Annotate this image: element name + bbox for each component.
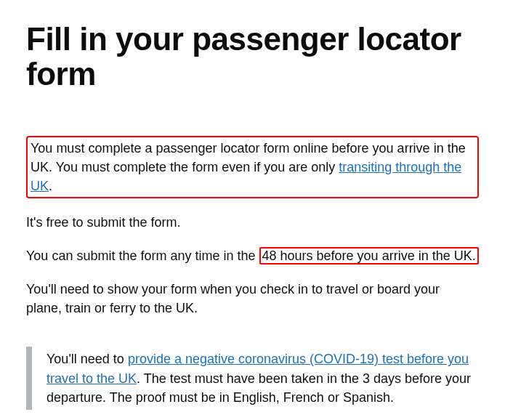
highlight-annotation-inline: 48 hours before you arrive in the UK. [259, 247, 479, 264]
inset-paragraph: You'll need to provide a negative corona… [47, 350, 479, 406]
inset-text-1: You'll need to [47, 352, 128, 366]
intro-text-2: . [49, 179, 52, 193]
free-paragraph: It's free to submit the form. [26, 213, 479, 232]
intro-paragraph: You must complete a passenger locator fo… [31, 139, 474, 195]
timing-text-1: You can submit the form any time in the [26, 249, 259, 263]
timing-paragraph: You can submit the form any time in the … [26, 246, 479, 265]
highlight-annotation-box: You must complete a passenger locator fo… [26, 136, 479, 198]
show-form-paragraph: You'll need to show your form when you c… [26, 280, 479, 318]
page-title: Fill in your passenger locator form [26, 22, 479, 92]
inset-panel: You'll need to provide a negative corona… [26, 347, 479, 409]
